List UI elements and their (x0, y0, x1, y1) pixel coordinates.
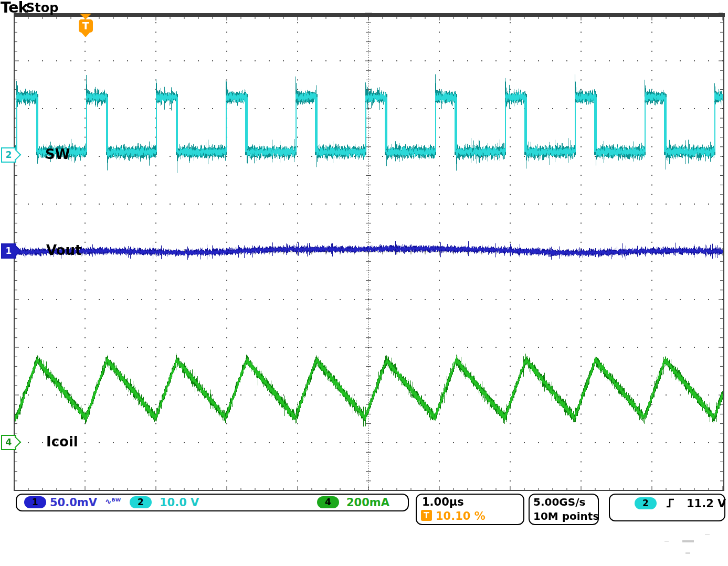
tek-logo: Tek (1, 0, 28, 16)
channel-2-tag-number: 2 (6, 149, 12, 160)
ch4-badge: 4 (317, 496, 339, 508)
timebase-box[interactable]: 1.00µs T 10.10 % (416, 494, 524, 525)
acquisition-box[interactable]: 5.00GS/s 10M points (529, 494, 599, 525)
trigger-level: 11.2 V (687, 497, 726, 510)
channel-1-tag-number: 1 (6, 245, 12, 256)
scan-artifact (705, 534, 710, 535)
channel-2-reference-tag[interactable]: 2 (1, 147, 16, 163)
channel-2-label-sw: SW (45, 146, 70, 162)
channel-4-tag-number: 4 (6, 437, 12, 447)
channel-4-reference-tag[interactable]: 4 (1, 435, 16, 450)
sample-rate: 5.00GS/s (533, 496, 585, 508)
vertical-scales-box[interactable]: 1 50.0mV ∿ᴮᵂ 2 10.0 V 4 200mA (16, 494, 409, 511)
ch2-badge: 2 (130, 496, 152, 508)
channel-4-label-icoil: Icoil (46, 434, 78, 450)
scan-artifact (685, 552, 690, 554)
ch4-scale: 200mA (346, 496, 389, 509)
trigger-source-badge: 2 (635, 497, 657, 509)
record-length: 10M points (533, 510, 599, 522)
ch1-coupling-indicators: ∿ᴮᵂ (105, 497, 121, 506)
ch1-scale: 50.0mV (50, 496, 97, 509)
channel-1-reference-tag[interactable]: 1 (1, 243, 16, 259)
scan-artifact (682, 540, 694, 542)
ch2-scale: 10.0 V (160, 496, 199, 509)
timebase-scale: 1.00µs (422, 496, 464, 508)
channel-1-label-vout: Vout (46, 242, 82, 258)
trigger-position-value: 10.10 % (436, 510, 486, 522)
trigger-position-badge: T (421, 510, 432, 521)
trigger-arrow-icon (80, 14, 91, 19)
acquisition-status: Stop (26, 1, 58, 15)
trigger-t-badge: T (79, 19, 93, 33)
rising-edge-icon (666, 497, 675, 509)
scope-graticule-and-waveforms (0, 0, 728, 566)
trigger-box[interactable]: 2 11.2 V (609, 494, 725, 521)
ch1-badge: 1 (24, 496, 46, 508)
trigger-badge-tip (81, 32, 90, 37)
scan-artifact (664, 541, 669, 542)
